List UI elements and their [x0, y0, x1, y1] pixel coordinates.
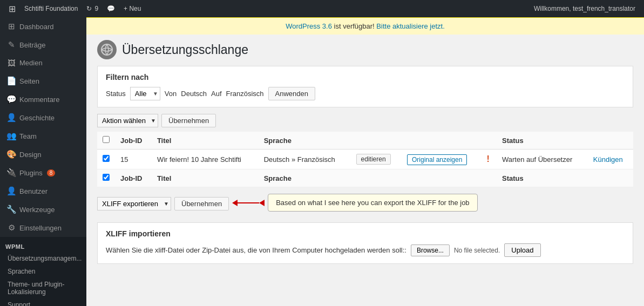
annotation-arrow — [232, 200, 265, 206]
browse-button[interactable]: Browse... — [411, 244, 450, 256]
th-exclamation — [482, 132, 497, 149]
page-title-row: Übersetzungsschlange — [97, 40, 633, 59]
view-original-link[interactable]: Original anzeigen — [407, 154, 467, 165]
sidebar-label-beitrage: Beiträge — [19, 41, 45, 49]
th-action — [588, 132, 633, 149]
table-header-row: Job-ID Titel Sprache Status — [97, 132, 633, 149]
xliff-export-select-wrap: XLIFF exportieren ▼ — [97, 197, 171, 210]
upload-button[interactable]: Upload — [504, 243, 540, 257]
von-label: Von — [165, 90, 177, 98]
status-select[interactable]: Alle — [130, 87, 160, 100]
sidebar-item-plugins[interactable]: 🔌 Plugins 8 — [0, 164, 86, 182]
second-header-original — [402, 169, 482, 187]
xliff-export-select[interactable]: XLIFF exportieren — [97, 197, 171, 210]
arrow-line — [238, 202, 259, 203]
filter-heading: Filtern nach — [106, 73, 625, 81]
sidebar-item-ubersetzungsmanagement[interactable]: Übersetzungsmanagem... — [0, 252, 86, 265]
update-notice-link2[interactable]: Bitte aktualisiere jetzt. — [376, 22, 444, 30]
sidebar-item-werkzeuge[interactable]: 🔧 Werkzeuge — [0, 200, 86, 219]
werkzeuge-icon: 🔧 — [6, 205, 16, 214]
main-layout: ⊞ Dashboard ✎ Beiträge 🖼 Medien 📄 Seiten… — [0, 17, 644, 306]
action-submit-button[interactable]: Übernehmen — [161, 114, 216, 127]
sidebar-item-theme-plugin[interactable]: Theme- und Plugin-Lokalisierung — [0, 278, 86, 298]
row-checkbox[interactable] — [103, 155, 110, 162]
th-job-id: Job-ID — [115, 132, 152, 149]
seiten-icon: 📄 — [6, 76, 16, 86]
th-original — [402, 132, 482, 149]
xliff-import-heading: XLIFF importieren — [106, 229, 625, 238]
new-button[interactable]: + Neu — [119, 0, 145, 17]
action-select[interactable]: Aktion wählen — [97, 114, 158, 127]
sidebar-item-kommentare[interactable]: 💬 Kommentare — [0, 90, 86, 108]
jobs-table: Job-ID Titel Sprache Status — [97, 132, 633, 187]
second-header-checkbox-input[interactable] — [103, 174, 110, 181]
welcome-label[interactable]: Willkommen, test_french_translator — [530, 0, 640, 17]
admin-bar: ⊞ Schtifti Foundation ↻ 9 💬 + Neu Willko… — [0, 0, 644, 17]
kommentare-icon: 💬 — [6, 94, 16, 104]
update-notice-link1[interactable]: WordPress 3.6 — [286, 22, 332, 30]
sidebar-item-medien[interactable]: 🖼 Medien — [0, 54, 86, 72]
sidebar-item-benutzer[interactable]: 👤 Benutzer — [0, 182, 86, 200]
plugins-icon: 🔌 — [6, 168, 16, 178]
sidebar-label-seiten: Seiten — [19, 77, 39, 85]
second-header-edit — [351, 169, 402, 187]
sidebar-item-sprachen[interactable]: Sprachen — [0, 265, 86, 278]
site-name-button[interactable]: Schtifti Foundation — [20, 0, 82, 17]
comments-count: 9 — [94, 5, 98, 12]
auf-label: Auf — [211, 90, 222, 98]
sidebar-item-einstellungen[interactable]: ⚙ Einstellungen — [0, 219, 86, 237]
site-name-label: Schtifti Foundation — [24, 5, 78, 12]
th-sprache: Sprache — [259, 132, 351, 149]
top-action-row: Aktion wählen ▼ Übernehmen — [97, 114, 633, 127]
sidebar-label-dashboard: Dashboard — [19, 23, 54, 31]
sidebar-item-seiten[interactable]: 📄 Seiten — [0, 72, 86, 90]
sidebar-label-einstellungen: Einstellungen — [19, 224, 62, 232]
th-title: Titel — [152, 132, 259, 149]
sidebar-label-werkzeuge: Werkzeuge — [19, 206, 55, 214]
sidebar-item-support[interactable]: Support — [0, 298, 86, 306]
messages-button[interactable]: 💬 — [103, 0, 119, 17]
cancel-link[interactable]: Kündigen — [593, 155, 623, 164]
filter-section: Filtern nach Status Alle ▼ Von Deutsch A… — [97, 66, 633, 107]
row-status: Warten auf Übersetzer — [497, 149, 588, 169]
main-content: WordPress 3.6 ist verfügbar! Bitte aktua… — [86, 17, 644, 306]
bubble-icon: 💬 — [107, 5, 115, 12]
second-header-job-id: Job-ID — [115, 169, 152, 187]
comments-button[interactable]: ↻ 9 — [82, 0, 103, 17]
sidebar-item-design[interactable]: 🎨 Design — [0, 145, 86, 164]
select-all-checkbox[interactable] — [103, 136, 110, 143]
row-exclamation-cell: ! — [482, 149, 497, 169]
wp-logo-button[interactable]: ⊞ — [4, 0, 20, 17]
sidebar-label-benutzer: Benutzer — [19, 187, 48, 195]
edit-button[interactable]: editieren — [356, 154, 391, 165]
exclamation-icon: ! — [487, 154, 490, 164]
xliff-export-submit-button[interactable]: Übernehmen — [174, 197, 229, 210]
row-sprache: Deutsch » Französisch — [259, 149, 351, 169]
team-icon: 👥 — [6, 131, 16, 141]
sidebar-item-dashboard[interactable]: ⊞ Dashboard — [0, 17, 86, 36]
th-status: Status — [497, 132, 588, 149]
update-notice: WordPress 3.6 ist verfügbar! Bitte aktua… — [86, 17, 644, 35]
xliff-import-section: XLIFF importieren Wählen Sie die xliff-D… — [97, 222, 633, 264]
second-header-sprache: Sprache — [259, 169, 351, 187]
row-title: Wir feiern! 10 Jahre Schtifti — [152, 149, 259, 169]
page-wrap: Übersetzungsschlange Filtern nach Status… — [86, 35, 644, 275]
sidebar-label-geschichte: Geschichte — [19, 114, 55, 122]
sidebar-item-beitrage[interactable]: ✎ Beiträge — [0, 36, 86, 54]
row-original-cell: Original anzeigen — [402, 149, 482, 169]
table-row: 15 Wir feiern! 10 Jahre Schtifti Deutsch… — [97, 149, 633, 169]
sidebar-item-team[interactable]: 👥 Team — [0, 127, 86, 145]
geschichte-icon: 👤 — [6, 113, 16, 123]
status-select-wrap: Alle ▼ — [130, 87, 160, 100]
einstellungen-icon: ⚙ — [6, 223, 16, 233]
th-edit — [351, 132, 402, 149]
sidebar-item-geschichte[interactable]: 👤 Geschichte — [0, 108, 86, 127]
new-label: + Neu — [124, 5, 141, 12]
wpml-section: WPML Übersetzungsmanagem... Sprachen The… — [0, 237, 86, 306]
apply-filter-button[interactable]: Anwenden — [268, 87, 315, 100]
table-second-header-row: Job-ID Titel Sprache Status — [97, 169, 633, 187]
benutzer-icon: 👤 — [6, 186, 16, 196]
arrow-head-right-icon — [259, 200, 265, 206]
sidebar-label-design: Design — [19, 151, 41, 159]
design-icon: 🎨 — [6, 149, 16, 159]
